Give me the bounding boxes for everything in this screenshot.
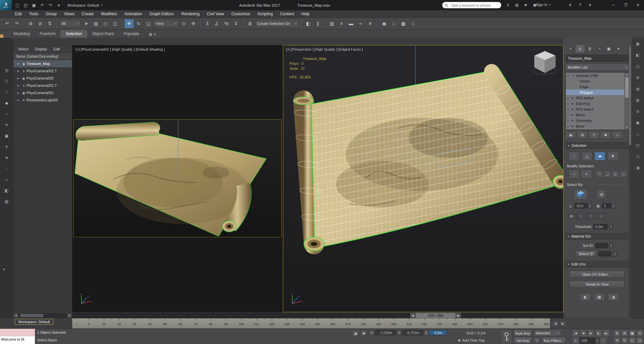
ribbon-dropdown-icon[interactable]: ▾: [154, 32, 156, 36]
open-uv-editor-button[interactable]: Open UV Editor ...: [569, 271, 624, 278]
explorer-row[interactable]: ●✛PhysCamera001.T: [14, 82, 72, 89]
modifier-stack-item[interactable]: ●▶Symmetry: [566, 118, 629, 123]
sign-in-button[interactable]: Sign In: [536, 3, 551, 7]
previous-frame-button[interactable]: ◀: [580, 330, 587, 337]
previous-key-icon[interactable]: ◀: [553, 320, 559, 326]
zoom-all-icon[interactable]: ⊞: [621, 330, 628, 336]
menu-modifiers[interactable]: Modifiers: [97, 10, 121, 18]
viewport-label[interactable]: [+] [Perspective ] [High Quality ] [Edge…: [286, 47, 363, 51]
menu-content[interactable]: Content: [277, 10, 298, 18]
command-panel-scrollbar[interactable]: [629, 46, 631, 317]
viewport-layout-add-icon[interactable]: ◧: [634, 52, 641, 58]
visibility-eye-icon[interactable]: ●: [15, 91, 21, 94]
expand-arrow-icon[interactable]: ▶: [572, 108, 575, 111]
snaps-toggle-icon[interactable]: 3: [203, 19, 212, 28]
stack-scrollbar[interactable]: ▲ ▼: [624, 73, 629, 130]
explorer-menu-edit[interactable]: Edit: [50, 47, 63, 51]
modifier-visibility-icon[interactable]: ●: [567, 119, 571, 122]
modifier-visibility-icon[interactable]: ●: [567, 125, 571, 127]
menu-tools[interactable]: Tools: [26, 10, 42, 18]
scroll-left-icon[interactable]: ◀: [14, 313, 18, 318]
polygon-subobject-button[interactable]: ▰: [595, 152, 605, 160]
grow-selection-icon[interactable]: +: [581, 170, 592, 178]
modifier-stack-item[interactable]: ●▶Mirror: [566, 112, 629, 118]
auto-key-button[interactable]: Auto Key: [513, 330, 532, 337]
named-selection-sets-dropdown[interactable]: Create Selection Se▾: [255, 20, 299, 27]
edit-named-selection-sets-icon[interactable]: ≣: [245, 19, 254, 28]
render-setup-icon[interactable]: ♨: [389, 19, 398, 28]
maximize-viewport-toggle-icon[interactable]: ◳: [636, 337, 643, 344]
layout-preset-2-icon[interactable]: ⊞: [634, 75, 641, 81]
infocenter-download-icon[interactable]: ⇓: [505, 2, 511, 8]
axis-y-button[interactable]: Y: [587, 213, 596, 219]
menu-graph-editors[interactable]: Graph Editors: [146, 10, 178, 18]
unlink-selection-icon[interactable]: ⊘: [36, 19, 45, 28]
hierarchy-tab-icon[interactable]: ≣: [585, 45, 594, 52]
select-and-move-icon[interactable]: ✛: [125, 19, 134, 28]
modifier-list-dropdown[interactable]: Modifier List: [565, 64, 629, 71]
expand-strip-icon[interactable]: ▸: [3, 267, 5, 271]
set-id-spinner[interactable]: [609, 243, 613, 248]
display-shapes-icon[interactable]: ○: [3, 111, 10, 117]
menu-group[interactable]: Group: [42, 10, 60, 18]
toggle-layer-explorer-icon[interactable]: ≡: [337, 19, 346, 28]
explorer-sort-icon[interactable]: ▽: [3, 78, 10, 84]
explorer-row[interactable]: ●✛PhysCamera002.T: [14, 67, 72, 75]
key-selection-dropdown[interactable]: Selected: [533, 330, 561, 336]
previous-frame-icon[interactable]: ◀: [410, 313, 416, 318]
ribbon-tab-selection[interactable]: Selection: [61, 30, 87, 38]
reference-coordinate-dropdown[interactable]: View▾: [153, 20, 179, 27]
layout-preset-4-icon[interactable]: ▥: [634, 97, 641, 103]
search-input[interactable]: [450, 3, 499, 8]
key-filters-icon[interactable]: ▽: [533, 337, 541, 344]
configure-modifier-sets-icon[interactable]: ☼: [612, 131, 622, 139]
explorer-row[interactable]: ●◆Treasure_Map: [14, 60, 72, 67]
use-pivot-center-icon[interactable]: ⊙: [179, 19, 188, 28]
visibility-eye-icon[interactable]: ●: [15, 84, 21, 87]
menu-views[interactable]: Views: [60, 10, 78, 18]
modifier-stack-item[interactable]: ●▼Unwrap UVW: [566, 73, 629, 78]
window-crossing-icon[interactable]: ◫: [111, 19, 120, 28]
next-key-icon[interactable]: ▶: [560, 320, 566, 326]
spinner-snap-icon[interactable]: ⇕: [232, 19, 241, 28]
orbit-icon[interactable]: ↻: [621, 337, 628, 344]
expand-arrow-icon[interactable]: ▶: [572, 125, 575, 128]
explorer-row[interactable]: ●◉PhysCamera001: [14, 89, 72, 96]
time-slider-handle[interactable]: ◀ 229 / 300 ▶: [410, 313, 461, 318]
go-to-end-button[interactable]: ▶|: [603, 330, 610, 337]
x-coordinate-field[interactable]: -1,019m: [375, 330, 396, 335]
ribbon-tab-populate[interactable]: Populate: [119, 30, 144, 38]
modifier-stack-item[interactable]: Edge: [566, 84, 629, 89]
pin-stack-icon[interactable]: ◉: [565, 131, 576, 139]
visibility-eye-icon[interactable]: ●: [15, 70, 21, 73]
modifier-visibility-icon[interactable]: ●: [567, 102, 571, 105]
display-helpers-icon[interactable]: ✛: [3, 143, 10, 150]
material-editor-icon[interactable]: ◉: [380, 19, 389, 28]
current-frame-field[interactable]: 229: [580, 338, 595, 344]
menu-edit[interactable]: Edit: [11, 10, 26, 18]
shrink-loop-icon[interactable]: ∩: [620, 171, 627, 177]
view-cube[interactable]: [532, 49, 559, 76]
select-and-rotate-icon[interactable]: ↻: [134, 19, 143, 28]
expand-arrow-icon[interactable]: ▶: [572, 97, 575, 99]
set-keys-button[interactable]: [501, 329, 512, 344]
menu-help[interactable]: Help: [298, 10, 313, 18]
display-cameras-icon[interactable]: ▣: [3, 133, 10, 139]
quick-planar-map-icon[interactable]: ◧: [580, 293, 591, 301]
minimize-button[interactable]: ─: [607, 0, 619, 10]
select-id-spinner[interactable]: [613, 251, 617, 257]
next-frame-button[interactable]: ▶: [595, 330, 602, 337]
layout-preset-5-icon[interactable]: ⊟: [634, 109, 641, 114]
modifier-stack-item[interactable]: ●▶FFD 4x4x4: [566, 106, 629, 112]
show-end-result-icon[interactable]: ≣: [577, 131, 588, 139]
expand-arrow-icon[interactable]: ▶: [572, 119, 575, 122]
menu-rendering[interactable]: Rendering: [178, 10, 203, 18]
remove-modifier-icon[interactable]: ✖: [600, 131, 611, 139]
modifier-visibility-icon[interactable]: ●: [567, 74, 571, 77]
time-configuration-icon[interactable]: ◔: [600, 337, 607, 344]
zoom-extents-icon[interactable]: ▣: [629, 330, 636, 336]
loop-selection-icon[interactable]: ◡: [604, 171, 611, 177]
key-mode-toggle-icon[interactable]: ♦: [572, 337, 579, 344]
close-button[interactable]: ✕: [632, 0, 644, 10]
visibility-eye-icon[interactable]: ●: [15, 99, 21, 102]
